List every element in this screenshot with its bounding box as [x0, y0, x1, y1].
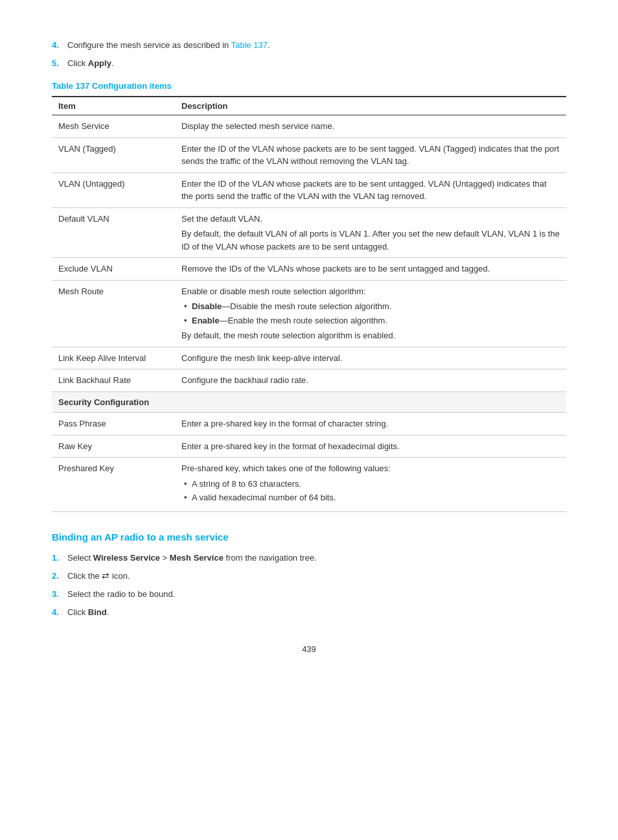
item-cell: Default VLAN [52, 207, 175, 258]
desc-line: Set the default VLAN. [181, 213, 560, 226]
section2-step-3: 3. Select the radio to be bound. [52, 588, 566, 601]
step-1-content: Select Wireless Service > Mesh Service f… [67, 552, 566, 565]
list-item: Disable—Disable the mesh route selection… [181, 300, 560, 313]
desc-cell: Enable or disable mesh route selection a… [175, 280, 566, 347]
desc-cell: Configure the mesh link keep-alive inter… [175, 347, 566, 369]
desc-cell: Enter the ID of the VLAN whose packets a… [175, 172, 566, 207]
col-header-item: Item [52, 97, 175, 115]
table137-link[interactable]: Table 137 [231, 40, 268, 50]
config-table: Item Description Mesh Service Display th… [52, 96, 566, 512]
step-number-1: 1. [52, 553, 67, 563]
intro-step-4: 4. Configure the mesh service as describ… [52, 39, 566, 52]
item-cell: Link Keep Alive Interval [52, 347, 175, 369]
section2-step-2: 2. Click the ⇄ icon. [52, 569, 566, 583]
mesh-icon: ⇄ [102, 570, 109, 581]
item-cell: Link Backhaul Rate [52, 369, 175, 392]
table-header-row: Item Description [52, 97, 566, 115]
desc-cell: Pre-shared key, which takes one of the f… [175, 458, 566, 512]
desc-cell: Enter the ID of the VLAN whose packets a… [175, 137, 566, 172]
item-cell: Exclude VLAN [52, 258, 175, 281]
table-row: Link Backhaul Rate Configure the backhau… [52, 369, 566, 392]
apply-label: Apply [88, 58, 111, 68]
section-header-cell: Security Configuration [52, 391, 566, 413]
step-number-3: 3. [52, 589, 67, 599]
bind-label: Bind [88, 607, 107, 617]
list-item: A valid hexadecimal number of 64 bits. [181, 491, 560, 504]
table-row: Pass Phrase Enter a pre-shared key in th… [52, 413, 566, 436]
desc-cell: Enter a pre-shared key in the format of … [175, 435, 566, 458]
bullet-list: A string of 8 to 63 characters. A valid … [181, 478, 560, 504]
step-5-content: Click Apply. [67, 57, 566, 70]
table-row: Raw Key Enter a pre-shared key in the fo… [52, 435, 566, 458]
desc-intro: Enable or disable mesh route selection a… [181, 285, 560, 298]
desc-cell: Configure the backhaul radio rate. [175, 369, 566, 392]
bold-text: Enable [192, 316, 220, 325]
desc-cell: Remove the IDs of the VLANs whose packet… [175, 258, 566, 281]
item-cell: Preshared Key [52, 458, 175, 512]
wireless-service-label: Wireless Service [93, 553, 160, 563]
bullet-list: Disable—Disable the mesh route selection… [181, 300, 560, 327]
item-cell: VLAN (Tagged) [52, 137, 175, 172]
step-number-2: 2. [52, 571, 67, 581]
desc-cell: Display the selected mesh service name. [175, 115, 566, 138]
col-header-description: Description [175, 97, 566, 115]
step-number-4b: 4. [52, 607, 67, 617]
step-4b-content: Click Bind. [67, 606, 566, 619]
bold-text: Disable [192, 301, 222, 311]
step-4-content: Configure the mesh service as described … [67, 39, 566, 52]
step-number-4: 4. [52, 40, 67, 50]
desc-line: By default, the default VLAN of all port… [181, 228, 560, 253]
item-cell: Mesh Service [52, 115, 175, 138]
table-row: Link Keep Alive Interval Configure the m… [52, 347, 566, 369]
page-number: 439 [52, 644, 566, 654]
item-cell: Raw Key [52, 435, 175, 458]
desc-cell: Enter a pre-shared key in the format of … [175, 413, 566, 436]
desc-cell: Set the default VLAN. By default, the de… [175, 207, 566, 258]
item-cell: Pass Phrase [52, 413, 175, 436]
table-title: Table 137 Configuration items [52, 81, 566, 91]
table-row: Preshared Key Pre-shared key, which take… [52, 458, 566, 512]
list-item: A string of 8 to 63 characters. [181, 478, 560, 491]
table-row: Exclude VLAN Remove the IDs of the VLANs… [52, 258, 566, 281]
item-cell: VLAN (Untagged) [52, 172, 175, 207]
table-row: VLAN (Untagged) Enter the ID of the VLAN… [52, 172, 566, 207]
table-row: VLAN (Tagged) Enter the ID of the VLAN w… [52, 137, 566, 172]
desc-outro: By default, the mesh route selection alg… [181, 329, 560, 342]
table-row: Mesh Route Enable or disable mesh route … [52, 280, 566, 347]
item-cell: Mesh Route [52, 280, 175, 347]
step-2-content: Click the ⇄ icon. [67, 569, 566, 583]
table-row: Default VLAN Set the default VLAN. By de… [52, 207, 566, 258]
mesh-service-label: Mesh Service [170, 553, 223, 563]
section2-step-4: 4. Click Bind. [52, 606, 566, 619]
section2-step-1: 1. Select Wireless Service > Mesh Servic… [52, 552, 566, 565]
list-item: Enable—Enable the mesh route selection a… [181, 314, 560, 327]
table-section-header: Security Configuration [52, 391, 566, 413]
table-row: Mesh Service Display the selected mesh s… [52, 115, 566, 138]
step-3-content: Select the radio to be bound. [67, 588, 566, 601]
desc-intro: Pre-shared key, which takes one of the f… [181, 462, 560, 475]
intro-step-5: 5. Click Apply. [52, 57, 566, 70]
section2-heading: Binding an AP radio to a mesh service [52, 531, 566, 542]
step-number-5: 5. [52, 58, 67, 68]
